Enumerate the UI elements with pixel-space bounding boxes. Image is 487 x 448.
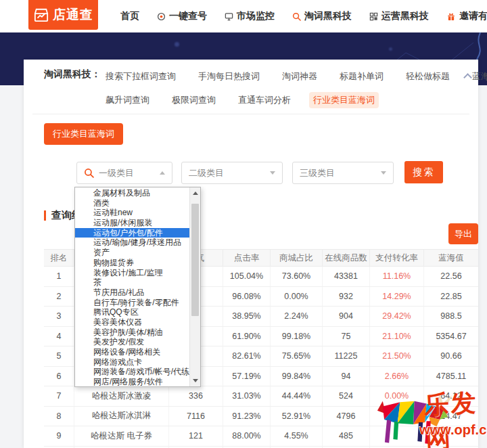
subnav-link-active[interactable]: 行业类目蓝海词	[309, 92, 379, 108]
table-cell: 2.66%	[370, 367, 424, 386]
dropdown-option[interactable]: 资产	[75, 248, 189, 258]
table-cell: 4	[44, 327, 74, 346]
header-cell: 在线商品数	[323, 250, 370, 266]
nav-item-label: 邀请有礼	[459, 10, 487, 22]
header-cell: 点击率	[223, 250, 271, 266]
subnav-link[interactable]: 飙升词查询	[101, 92, 154, 108]
subnav-link[interactable]: 手淘每日热搜词	[194, 68, 264, 85]
dropdown-option[interactable]: 节庆用品/礼品	[75, 288, 189, 298]
subnav-link[interactable]: 搜索下拉框词查询	[101, 68, 180, 85]
table-cell: 6	[44, 367, 74, 386]
table-cell: 485	[323, 426, 370, 446]
dropdown-option[interactable]: 美发护发/假发	[75, 337, 189, 347]
table-cell: 2.24%	[271, 307, 323, 326]
level2-category-select[interactable]: 二级类目	[181, 162, 283, 184]
table-cell: 61.90%	[223, 327, 271, 346]
table-cell: 99.84%	[271, 367, 323, 386]
subnav-row-2: 飙升词查询极限词查询直通车词分析行业类目蓝海词	[101, 92, 379, 108]
table-cell: 1	[44, 267, 74, 286]
subnav-link[interactable]: 轻松做标题	[402, 68, 454, 85]
nav-item-home[interactable]: 首页	[120, 10, 139, 22]
dropdown-option[interactable]: 腾讯QQ专区	[75, 307, 189, 317]
dropdown-option[interactable]: 网络游戏点卡	[75, 357, 189, 367]
table-cell: 96.08%	[223, 287, 271, 307]
header-cell: 商城占比	[271, 250, 323, 266]
table-cell: 121	[169, 426, 223, 446]
caret-down-icon	[381, 171, 386, 175]
header-cell: 排名	[44, 250, 74, 266]
nav-item-operation-tech[interactable]: 运营黑科技	[369, 10, 429, 22]
caret-down-icon	[270, 171, 275, 175]
dropdown-option[interactable]: 茶	[75, 277, 189, 288]
nav-item-invite-gift[interactable]: 邀请有礼	[446, 10, 487, 22]
table-row: 8哈根达斯冰淇淋711691.23%52.91%479614.47	[44, 407, 478, 427]
level1-category-select[interactable]: 一级类目	[76, 162, 172, 184]
table-cell: 22.85	[424, 287, 478, 307]
table-cell: 904	[323, 307, 370, 326]
table-cell: 14.47	[424, 407, 478, 426]
subnav-link[interactable]: 标题补单词	[335, 68, 388, 85]
export-button[interactable]: 导出	[448, 223, 478, 244]
table-cell: 22.56	[424, 267, 478, 286]
subnav-link[interactable]: 极限词查询	[168, 92, 220, 108]
dropdown-option[interactable]: 运动鞋new	[75, 208, 189, 218]
dropdown-option[interactable]: 网游装备/游戏币/帐号/代练	[75, 367, 189, 377]
grid-icon	[369, 12, 378, 21]
app-logo[interactable]: 店通查	[28, 0, 98, 30]
subnav-link[interactable]: 淘词神器	[278, 68, 321, 85]
table-cell: 0.00%	[370, 386, 424, 406]
search-button[interactable]: 搜索	[404, 161, 443, 183]
dropdown-option[interactable]: 网络设备/网络相关	[75, 347, 189, 357]
table-cell: 43381	[323, 267, 370, 286]
table-cell: 52.91%	[271, 407, 323, 426]
dropdown-option[interactable]: 运动/瑜伽/健身/球迷用品	[75, 238, 189, 248]
nav-item-taoword-tech[interactable]: 淘词黑科技	[292, 10, 352, 22]
dropdown-option-selected[interactable]: 运动包/户外包/配件	[75, 228, 189, 238]
monitor-icon	[225, 12, 233, 21]
nav-item-market-monitor[interactable]: 市场监控	[225, 10, 275, 22]
nav-item-label: 市场监控	[237, 10, 275, 22]
industry-category-blueword-button[interactable]: 行业类目蓝海词	[44, 123, 123, 145]
table-cell: 8	[44, 407, 74, 426]
dropdown-option[interactable]: 美容护肤/美体/精油	[75, 328, 189, 338]
dropdown-option[interactable]: 金属材料及制品	[75, 188, 189, 198]
table-cell: 21.50%	[370, 346, 424, 366]
table-cell: 9	[44, 426, 74, 446]
dropdown-option[interactable]: 自行车/骑行装备/零配件	[75, 298, 189, 308]
app-title: 店通查	[53, 6, 93, 24]
caret-up-icon	[160, 171, 165, 175]
scrollbar-thumb[interactable]	[191, 204, 199, 316]
dropdown-option[interactable]: 运动服/休闲服装	[75, 218, 189, 228]
dropdown-option[interactable]: 美容美体仪器	[75, 317, 189, 328]
table-row: 7哈根达斯冰激凌33631.03%44.44%5240.00%64.12	[44, 386, 478, 407]
table-cell: 29.42%	[370, 307, 424, 326]
level3-category-select[interactable]: 三级类目	[292, 162, 394, 184]
table-cell: 44.44%	[271, 386, 323, 406]
table-cell: 94	[323, 367, 370, 386]
table-cell: 90.66	[424, 346, 478, 366]
page: 店通查 首页一键查号市场监控淘词黑科技运营黑科技邀请有礼 淘词黑科技： 搜索下拉…	[0, 0, 487, 448]
scroll-up-icon[interactable]	[193, 192, 198, 195]
nav-item-label: 淘词黑科技	[304, 10, 352, 22]
table-cell	[424, 426, 478, 446]
table-cell: 5354.67	[424, 327, 478, 346]
dropdown-option[interactable]: 装修设计/施工/监理	[75, 268, 189, 278]
table-cell: 11.16%	[370, 267, 424, 286]
table-cell: 38.95%	[223, 307, 271, 326]
nav-item-one-key-check[interactable]: 一键查号	[157, 10, 207, 22]
dropdown-option[interactable]: 酒类	[75, 198, 189, 208]
table-cell: 75	[323, 327, 370, 346]
table-cell: 0.00%	[271, 287, 323, 307]
table-cell: 82.61%	[223, 346, 271, 366]
subnav-link[interactable]: 直通车词分析	[234, 92, 295, 108]
dropdown-option[interactable]: 购物提货券	[75, 258, 189, 268]
subnav-section-label: 淘词黑科技：	[44, 68, 101, 81]
table-cell: 91.23%	[223, 407, 271, 426]
search-icon	[84, 168, 94, 178]
scroll-down-icon[interactable]	[193, 379, 198, 382]
dropdown-option[interactable]: 网店/网络服务/软件	[75, 377, 189, 386]
header-cell: 支付转化率	[370, 250, 424, 266]
gift-icon	[446, 12, 456, 21]
table-cell: 2	[44, 287, 74, 307]
dropdown-scrollbar[interactable]	[189, 187, 200, 386]
